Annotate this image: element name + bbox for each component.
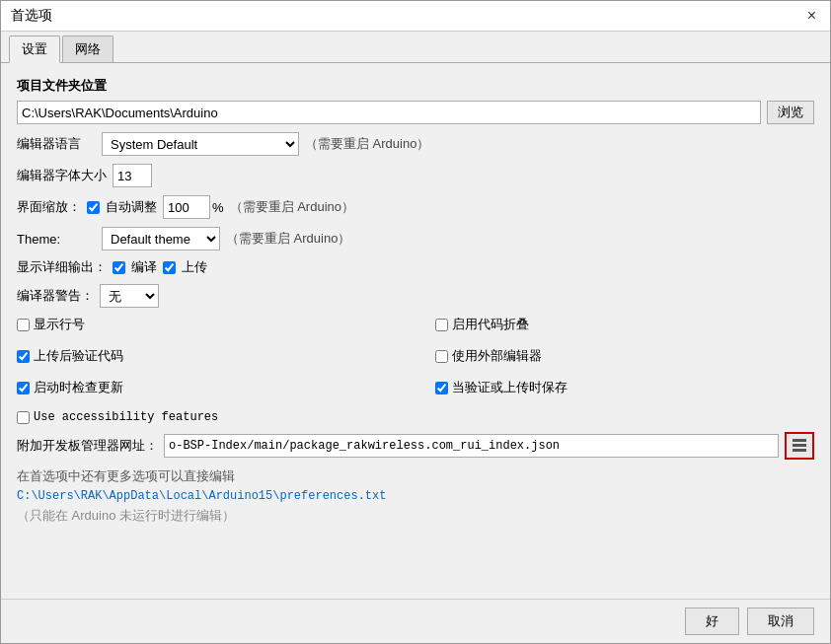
interface-zoom-hint: （需要重启 Arduino） — [230, 198, 354, 216]
enable-code-fold-row: 启用代码折叠 — [435, 316, 814, 333]
verbose-row: 显示详细输出： 编译 上传 — [17, 258, 814, 276]
use-external-editor-label: 使用外部编辑器 — [452, 347, 542, 365]
editor-font-input[interactable] — [113, 164, 152, 187]
theme-select[interactable]: Default theme — [102, 227, 220, 250]
show-linenums-label: 显示行号 — [34, 316, 85, 333]
verify-upload-row: 上传后验证代码 — [17, 347, 396, 365]
browse-button[interactable]: 浏览 — [767, 101, 814, 124]
editor-lang-hint: （需要重启 Arduino） — [305, 135, 429, 153]
svg-rect-2 — [793, 449, 806, 452]
checkboxes-left: 显示行号 上传后验证代码 启动时检查更新 — [17, 316, 396, 404]
save-on-verify-label: 当验证或上传时保存 — [452, 379, 567, 396]
save-on-verify-row: 当验证或上传时保存 — [435, 379, 814, 396]
checkboxes-two-col: 显示行号 上传后验证代码 启动时检查更新 启用代码折叠 使用 — [17, 316, 814, 404]
dialog-title: 首选项 — [11, 7, 52, 25]
use-external-editor-row: 使用外部编辑器 — [435, 347, 814, 365]
accessibility-label: Use accessibility features — [34, 410, 218, 424]
check-updates-checkbox[interactable] — [17, 382, 30, 394]
settings-content: 项目文件夹位置 浏览 编辑器语言 System Default （需要重启 Ar… — [1, 63, 830, 599]
interface-zoom-row: 界面缩放： 自动调整 % （需要重启 Arduino） — [17, 195, 814, 219]
editor-lang-row: 编辑器语言 System Default （需要重启 Arduino） — [17, 132, 814, 156]
auto-adjust-checkbox[interactable] — [87, 201, 100, 214]
editor-font-label: 编辑器字体大小 — [17, 167, 107, 184]
zoom-spinner: % — [163, 195, 224, 219]
board-mgr-label: 附加开发板管理器网址： — [17, 437, 158, 455]
auto-adjust-label: 自动调整 — [106, 198, 157, 216]
checkboxes-right: 启用代码折叠 使用外部编辑器 当验证或上传时保存 — [435, 316, 814, 404]
verbose-compile-label: 编译 — [131, 258, 157, 276]
title-bar: 首选项 × — [1, 1, 830, 32]
cancel-button[interactable]: 取消 — [747, 608, 814, 635]
footer: 好 取消 — [1, 599, 830, 643]
accessibility-checkbox[interactable] — [17, 411, 30, 424]
run-note: （只能在 Arduino 未运行时进行编辑） — [17, 507, 814, 525]
zoom-value-input[interactable] — [163, 195, 210, 219]
theme-row: Theme: Default theme （需要重启 Arduino） — [17, 227, 814, 250]
verbose-compile-checkbox[interactable] — [113, 261, 125, 274]
compiler-warn-row: 编译器警告： 无 — [17, 284, 814, 308]
verbose-label: 显示详细输出： — [17, 258, 107, 276]
editor-lang-select[interactable]: System Default — [102, 132, 299, 156]
editor-lang-label: 编辑器语言 — [17, 135, 96, 153]
tab-settings[interactable]: 设置 — [9, 36, 60, 63]
compiler-warn-label: 编译器警告： — [17, 287, 94, 305]
theme-hint: （需要重启 Arduino） — [226, 230, 350, 248]
ok-button[interactable]: 好 — [685, 608, 739, 635]
edit-list-icon — [791, 437, 808, 455]
check-updates-row: 启动时检查更新 — [17, 379, 396, 396]
tabs-container: 设置 网络 — [1, 32, 830, 63]
board-mgr-row: 附加开发板管理器网址： — [17, 432, 814, 460]
prefs-path[interactable]: C:\Users\RAK\AppData\Local\Arduino15\pre… — [17, 489, 814, 503]
verify-upload-checkbox[interactable] — [17, 350, 30, 363]
board-mgr-edit-button[interactable] — [785, 432, 814, 460]
svg-rect-0 — [793, 439, 806, 442]
svg-rect-1 — [793, 444, 806, 447]
use-external-editor-checkbox[interactable] — [435, 350, 448, 363]
project-folder-input[interactable] — [17, 101, 761, 124]
theme-label: Theme: — [17, 232, 96, 247]
compiler-warn-select[interactable]: 无 — [100, 284, 159, 308]
enable-code-fold-checkbox[interactable] — [435, 319, 448, 331]
verify-upload-label: 上传后验证代码 — [34, 347, 123, 365]
show-linenums-checkbox[interactable] — [17, 319, 30, 331]
enable-code-fold-label: 启用代码折叠 — [452, 316, 529, 333]
verbose-upload-checkbox[interactable] — [163, 261, 176, 274]
accessibility-row: Use accessibility features — [17, 410, 814, 424]
close-button[interactable]: × — [803, 8, 820, 24]
zoom-percent: % — [212, 200, 224, 215]
tab-network[interactable]: 网络 — [62, 36, 113, 62]
show-linenums-row: 显示行号 — [17, 316, 396, 333]
check-updates-label: 启动时检查更新 — [34, 379, 123, 396]
project-folder-label: 项目文件夹位置 — [17, 77, 814, 95]
save-on-verify-checkbox[interactable] — [435, 382, 448, 394]
preferences-dialog: 首选项 × 设置 网络 项目文件夹位置 浏览 编辑器语言 System Defa… — [0, 0, 831, 644]
board-mgr-input[interactable] — [164, 434, 779, 458]
project-folder-row: 浏览 — [17, 101, 814, 124]
editor-font-row: 编辑器字体大小 — [17, 164, 814, 187]
verbose-upload-label: 上传 — [182, 258, 207, 276]
edit-note: 在首选项中还有更多选项可以直接编辑 — [17, 467, 814, 485]
interface-zoom-label: 界面缩放： — [17, 198, 81, 216]
